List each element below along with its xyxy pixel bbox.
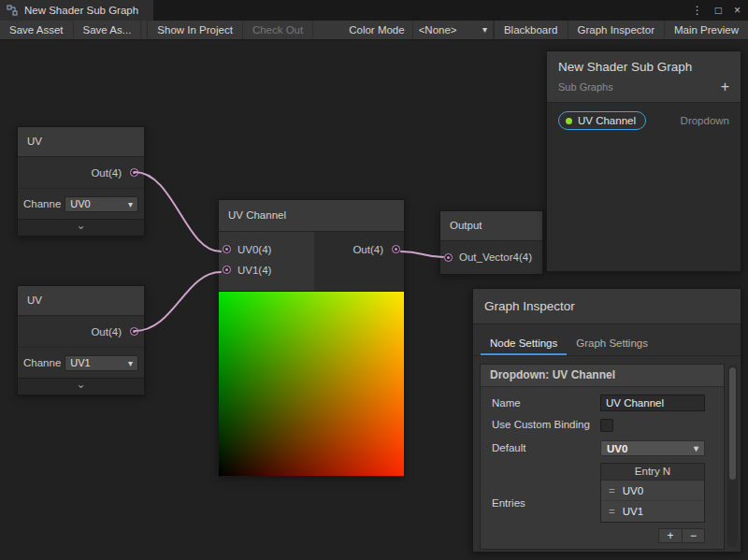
channel-value: UV1 — [70, 357, 90, 368]
node-title[interactable]: UV — [18, 286, 144, 316]
entries-toolbar: + − — [658, 528, 705, 543]
check-out-button: Check Out — [243, 21, 313, 39]
color-mode-label: Color Mode — [341, 21, 411, 39]
output-port[interactable] — [130, 168, 138, 177]
entries-label: Entries — [492, 496, 600, 510]
channel-label: Channe — [23, 357, 61, 368]
entry-row-uv1[interactable]: = UV1 — [601, 501, 704, 522]
name-input[interactable] — [600, 395, 705, 411]
port-label: Out_Vector4(4) — [459, 251, 532, 263]
channel-row: Channe UV0 ▾ — [18, 189, 144, 219]
entries-field-row: Entries Entry N = UV0 = UV1 — [492, 463, 705, 543]
settings-box-title: Dropdown: UV Channel — [481, 365, 724, 387]
default-dropdown[interactable]: UV0 ▾ — [600, 440, 705, 456]
blackboard-item-uv-channel[interactable]: UV Channel — [558, 111, 646, 130]
add-property-button[interactable]: + — [721, 79, 729, 94]
save-as-button[interactable]: Save As... — [74, 21, 142, 39]
tab-title: New Shader Sub Graph — [24, 5, 138, 16]
dropdown-settings-box: Dropdown: UV Channel Name Use Custom Bin… — [480, 364, 725, 550]
port-label: UV0(4) — [237, 244, 271, 255]
name-label: Name — [492, 396, 600, 410]
default-label: Default — [492, 441, 600, 455]
channel-value: UV0 — [70, 198, 90, 209]
name-field-row: Name — [492, 395, 705, 411]
show-in-project-button[interactable]: Show In Project — [147, 21, 243, 39]
input-port-row: UV0(4) — [219, 239, 314, 260]
blackboard-header[interactable]: New Shader Sub Graph Sub Graphs + — [547, 51, 741, 103]
add-entry-button[interactable]: + — [659, 529, 682, 542]
entries-header: Entry N — [601, 464, 704, 481]
output-port-row: Out(4) — [18, 316, 144, 348]
collapse-chevron-icon[interactable]: ⌄ — [18, 378, 144, 395]
input-port-out-vector4[interactable] — [444, 253, 453, 262]
collapse-chevron-icon[interactable]: ⌄ — [18, 219, 144, 236]
tab-graph-settings[interactable]: Graph Settings — [567, 332, 657, 355]
settings-fields: Name Use Custom Binding Default — [481, 387, 724, 550]
blackboard-panel: New Shader Sub Graph Sub Graphs + UV Cha… — [546, 50, 741, 272]
port-label: UV1(4) — [237, 265, 271, 276]
tab-node-settings[interactable]: Node Settings — [481, 332, 567, 355]
channel-row: Channe UV1 ▾ — [18, 348, 144, 378]
drag-handle-icon[interactable]: = — [609, 506, 615, 517]
save-asset-button[interactable]: Save Asset — [0, 21, 74, 39]
node-uv-b[interactable]: UV Out(4) Channe UV1 ▾ ⌄ — [17, 285, 145, 395]
inspector-tabs: Node Settings Graph Settings — [473, 332, 741, 356]
chevron-down-icon: ▾ — [128, 358, 133, 368]
chevron-down-icon: ▾ — [482, 21, 487, 39]
graph-inspector-panel: Graph Inspector Node Settings Graph Sett… — [472, 288, 741, 553]
custom-binding-row: Use Custom Binding — [492, 418, 705, 434]
entries-footer: + − — [600, 528, 705, 543]
input-port-uv0[interactable] — [223, 245, 231, 253]
port-label: Out(4) — [91, 326, 122, 337]
blackboard-item-row: UV Channel Dropdown — [547, 103, 741, 138]
output-port[interactable] — [392, 245, 400, 253]
unity-shader-graph-window: New Shader Sub Graph ⋮ □ × Save Asset Sa… — [0, 0, 748, 560]
node-title[interactable]: UV — [18, 127, 144, 157]
window-menu-icon[interactable]: ⋮ — [692, 4, 703, 17]
port-label: Out(4) — [352, 244, 383, 255]
inspector-title[interactable]: Graph Inspector — [473, 289, 741, 324]
node-uv-channel[interactable]: UV Channel UV0(4) UV1(4) Out(4) — [218, 199, 405, 477]
port-section: UV0(4) UV1(4) Out(4) — [219, 232, 404, 291]
entry-label: UV0 — [623, 485, 643, 496]
graph-inspector-toggle-button[interactable]: Graph Inspector — [568, 21, 664, 39]
input-ports: UV0(4) UV1(4) — [219, 232, 314, 291]
chevron-down-icon: ▾ — [694, 443, 698, 453]
output-port[interactable] — [130, 327, 138, 336]
inspector-scrollbar[interactable] — [727, 366, 738, 547]
item-type-label: Dropdown — [681, 115, 729, 126]
node-title[interactable]: Output — [440, 211, 542, 241]
blackboard-toggle-button[interactable]: Blackboard — [494, 21, 568, 39]
output-port-row: Out(4) — [314, 239, 404, 260]
window-controls: ⋮ □ × — [692, 0, 741, 21]
main-preview-toggle-button[interactable]: Main Preview — [664, 21, 748, 39]
close-icon[interactable]: × — [734, 4, 741, 17]
node-uv-a[interactable]: UV Out(4) Channe UV0 ▾ ⌄ — [17, 126, 145, 237]
entry-label: UV1 — [623, 506, 643, 517]
scrollbar-thumb[interactable] — [729, 367, 736, 480]
blackboard-subtitle: Sub Graphs — [558, 81, 729, 93]
tab-new-shader-sub-graph[interactable]: New Shader Sub Graph — [0, 0, 153, 21]
input-port-row: Out_Vector4(4) — [440, 241, 542, 274]
default-value: UV0 — [607, 443, 627, 454]
use-custom-binding-checkbox[interactable] — [600, 419, 613, 432]
graph-toolbar: Save Asset Save As... Show In Project Ch… — [0, 21, 748, 40]
node-title[interactable]: UV Channel — [219, 200, 404, 232]
input-port-uv1[interactable] — [223, 266, 231, 274]
channel-label: Channe — [23, 198, 61, 209]
color-mode-dropdown[interactable]: <None> ▾ — [412, 21, 494, 39]
node-output[interactable]: Output Out_Vector4(4) — [439, 210, 543, 275]
color-mode-value: <None> — [419, 21, 457, 39]
drag-handle-icon[interactable]: = — [609, 485, 615, 496]
inspector-body: Dropdown: UV Channel Name Use Custom Bin… — [480, 364, 725, 550]
channel-dropdown[interactable]: UV0 ▾ — [65, 196, 138, 212]
chevron-down-icon: ▾ — [128, 199, 133, 209]
input-port-row: UV1(4) — [219, 260, 314, 280]
maximize-icon[interactable]: □ — [715, 4, 722, 17]
entry-row-uv0[interactable]: = UV0 — [601, 481, 704, 501]
remove-entry-button[interactable]: − — [682, 529, 704, 542]
channel-dropdown[interactable]: UV1 ▾ — [65, 355, 138, 371]
item-label: UV Channel — [578, 115, 636, 126]
shader-graph-icon — [7, 5, 18, 16]
entries-list: Entry N = UV0 = UV1 — [600, 463, 705, 523]
